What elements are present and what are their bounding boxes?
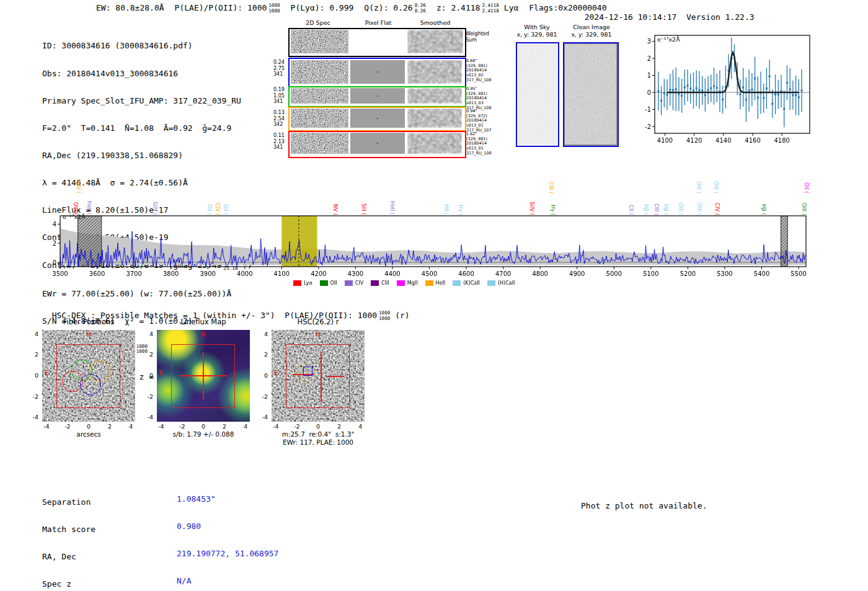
cutout-xtick: 2 <box>333 423 345 430</box>
header-version: Version 1.22.3 <box>686 12 755 22</box>
legend-swatch <box>425 280 433 286</box>
emission-line-label: OIII ( <box>713 181 719 193</box>
east-label: E <box>159 370 163 376</box>
legend-label: CIII <box>381 280 389 286</box>
fiber-row-3-pixelflat <box>350 109 405 128</box>
match-value: 0.980 <box>177 522 278 531</box>
match-label: Match score <box>42 525 115 535</box>
fiber-positions-title: Fiber Positions <box>42 318 135 326</box>
legend-item: (K)CaII <box>453 280 480 286</box>
legend-label: OII <box>330 280 337 286</box>
photz-unavailable-note: Phot z plot not available. <box>581 501 707 510</box>
cleanimage-title: Clean Image <box>563 24 620 30</box>
cleanimage <box>565 44 616 144</box>
info-obs: Obs: 20180414v013_3000834616 <box>42 69 252 79</box>
crosshair-horizontal-right <box>327 376 344 377</box>
column-header-pixelflat: Pixel Flat <box>350 19 406 26</box>
spectrum-legend: LyαOIICIVCIIIMgIIHeII(K)CaII(H)CaII <box>293 277 522 288</box>
legend-item: (H)CaII <box>487 280 515 286</box>
match-label: Spec z <box>42 580 115 589</box>
fiber-positions-panel: N E <box>42 330 135 422</box>
withsky-title: With Sky <box>512 24 562 30</box>
fiber-row-4-weights: 0.112.13341 <box>273 133 285 151</box>
fiber-row-4-pixelflat <box>350 133 405 154</box>
cutout-ytick: 2 <box>253 351 268 358</box>
emission-line-label: OIII ( <box>696 181 701 193</box>
match-value: 1.08453" <box>177 495 278 504</box>
header-meta: 2024-12-16 10:14:17 Version 1.22.3 <box>575 3 755 22</box>
fiber-row-1-smoothed <box>407 60 462 84</box>
fiber-row-3-weights: 0.132.54342 <box>273 110 285 128</box>
lineflux-caption: s/b: 1.79 +/- 0.088 <box>151 430 256 438</box>
legend-item: Lyα <box>293 280 312 286</box>
info-radec: RA,Dec (219.190338,51.068829) <box>42 151 252 161</box>
header-line-type: Lyα <box>504 3 518 12</box>
cutout-xtick: -2 <box>61 423 74 430</box>
legend-swatch <box>345 280 353 286</box>
cutout-xtick: -2 <box>176 423 188 430</box>
withsky-image <box>518 44 557 144</box>
legend-swatch <box>487 280 495 286</box>
crosshair-vertical <box>321 352 322 402</box>
hsc-caption: m:25.7 re:0.4" s:1.3" <box>265 430 371 438</box>
north-label: N <box>157 331 250 338</box>
legend-item: OII <box>320 280 337 286</box>
header-plya: P(Lyα): 0.999 <box>291 3 354 14</box>
2dspec-weighted-image <box>291 30 348 53</box>
fiber-row-4-annotation: 1.62"(329, 981)20180414v013_01317_RU_108 <box>466 132 492 156</box>
plae-ratio-frac: 10001000 <box>268 3 280 14</box>
legend-label: (K)CaII <box>463 280 480 286</box>
fiber-circle-blue <box>80 374 101 395</box>
spectrum-plot-canvas <box>53 211 812 282</box>
smoothed-weighted-image <box>407 30 463 53</box>
lineflux-map-panel: N E <box>157 330 250 422</box>
info-fiber-stats: F=2.0" T=0.141 N̄=1.08 Ā=0.92 ḡ=24.9 <box>42 124 252 133</box>
info-id: ID: 3000834616 (3000834616.pdf) <box>42 42 252 51</box>
cutout-xtick: 0 <box>312 423 324 430</box>
cutout-xtick: 4 <box>125 423 137 430</box>
legend-swatch <box>320 280 328 286</box>
fiber-row-3-smoothed <box>407 109 462 128</box>
cutout-ytick: 0 <box>138 372 153 379</box>
cutout-xtick: 0 <box>82 423 95 430</box>
fiber-row-2-2dspec <box>291 88 348 104</box>
header-timestamp: 2024-12-16 10:14:17 <box>585 12 677 22</box>
qz-range-frac: 0.260.26 <box>415 3 426 14</box>
legend-item: CIII <box>371 280 389 286</box>
withsky-coords: x, y: 329, 981 <box>512 31 562 38</box>
fiber-row-2-annotation: 0.95"(329, 981)20180414v013_03317_RU_108 <box>466 87 492 111</box>
cutout-ytick: -4 <box>138 414 153 420</box>
emission-line-label: SiIV ( <box>76 180 81 193</box>
legend-label: MgII <box>407 280 418 286</box>
fiber-row-2-smoothed <box>407 88 462 104</box>
info-lambda-sigma: λ = 4146.48Å σ = 2.74(±0.56)Å <box>42 179 252 188</box>
fiber-row-4-2dspec <box>291 133 348 154</box>
cutout-ytick: -4 <box>24 414 38 420</box>
lineflux-map-title: Lineflux Map <box>157 318 250 326</box>
cutout-ytick: -2 <box>253 393 268 400</box>
cutout-ytick: 0 <box>253 372 268 379</box>
header-qz: Q(z): 0.260.260.26 <box>364 3 426 14</box>
hsc-plae-frac: 10001000 <box>379 311 390 321</box>
fiber-row-2-pixelflat <box>350 88 405 104</box>
cutout-xtick: -2 <box>291 423 303 430</box>
header-z: z: 2.41182.41182.4118Lyα <box>436 3 518 14</box>
east-label: E <box>274 370 278 376</box>
fiber-row-3-annotation: 0.94"(329, 972)20180414v013_01317_RU_107 <box>466 109 492 133</box>
column-header-2dspec: 2D Spec <box>288 19 348 26</box>
line-fit-plot-canvas <box>645 28 812 146</box>
cutout-ytick: -2 <box>24 393 38 400</box>
legend-item: MgII <box>397 280 418 286</box>
legend-swatch <box>293 280 301 286</box>
match-label: Separation <box>42 498 115 507</box>
fiber-row-1-annotation: 0.68"(329, 981)20180414v013_02317_RU_108 <box>466 59 492 83</box>
legend-label: (H)CaII <box>498 280 515 286</box>
cleanimage-coords: x, y: 329, 981 <box>563 31 620 38</box>
cutout-ytick: 4 <box>138 331 153 337</box>
cutout-ytick: -2 <box>138 393 153 400</box>
legend-swatch <box>453 280 461 286</box>
fiber-row-2-weights: 0.191.05341 <box>273 87 285 105</box>
cutout-xtick: -4 <box>270 423 282 430</box>
hsc-image-panel: N E <box>272 330 365 422</box>
column-header-smoothed: Smoothed <box>407 19 464 26</box>
